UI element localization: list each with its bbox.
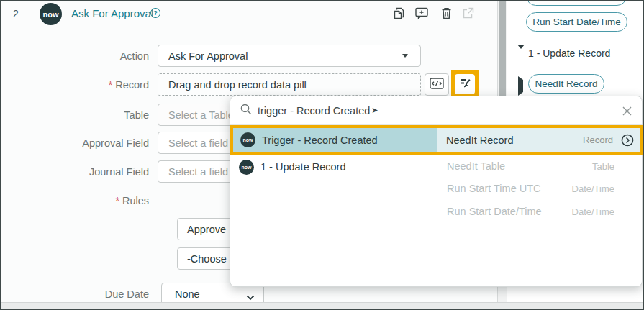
- due-date-label: Due Date: [1, 288, 149, 300]
- approve-button-label: Approve: [187, 224, 226, 235]
- pill-option-name: NeedIt Record: [446, 135, 514, 146]
- search-icon: [240, 104, 252, 118]
- record-label: *Record: [1, 79, 149, 91]
- action-label: Action: [1, 50, 149, 62]
- rules-label: *Rules: [1, 195, 149, 206]
- data-pill-picker-highlight: [451, 70, 479, 98]
- action-title[interactable]: Ask For Approval: [71, 7, 153, 19]
- flow-designer-window: 2 now Ask For Approval ? Action Ask For …: [0, 0, 644, 310]
- copy-icon: [392, 6, 406, 22]
- due-date-value: None: [175, 288, 200, 300]
- pill-option-run-start-time-utc[interactable]: Run Start Time UTC Date/Time: [437, 178, 642, 199]
- close-icon[interactable]: [620, 104, 633, 117]
- drill-in-icon[interactable]: [621, 134, 634, 147]
- open-in-new-icon: [461, 6, 475, 22]
- data-pill-picker-icon: [459, 77, 471, 91]
- pill-option-needit-table[interactable]: NeedIt Table Table: [437, 155, 642, 177]
- chevron-down-icon: [402, 54, 408, 58]
- data-pill-needit-record[interactable]: NeedIt Record: [528, 74, 604, 94]
- data-pill-partial[interactable]: [526, 0, 627, 6]
- approval-field-placeholder: Select a field: [168, 137, 228, 149]
- popup-item-needit-record[interactable]: NeedIt Record Record: [437, 128, 640, 152]
- copy-action-button[interactable]: [390, 6, 407, 23]
- data-pill-picker-popup: trigger - Record Created ➤ now Trigger -…: [230, 96, 643, 287]
- servicenow-logo-icon: now: [40, 3, 62, 25]
- pill-search-input[interactable]: trigger - Record Created ➤: [230, 96, 642, 125]
- journal-field-label: Journal Field: [1, 166, 149, 178]
- script-toggle-icon: [430, 78, 444, 91]
- popup-item-trigger-record-created[interactable]: now Trigger - Record Created: [233, 128, 437, 152]
- required-marker: *: [115, 195, 119, 206]
- logo-text: now: [43, 10, 59, 19]
- pill-option-name: NeedIt Table: [447, 160, 505, 172]
- pill-option-name: Run Start Time UTC: [447, 183, 541, 194]
- add-comment-icon: [414, 6, 430, 22]
- pill-option-run-start-datetime[interactable]: Run Start Date/Time Date/Time: [437, 201, 642, 222]
- pill-option-name: Run Start Date/Time: [447, 206, 542, 217]
- trash-icon: [440, 6, 453, 22]
- section-update-record[interactable]: 1 - Update Record: [528, 47, 610, 59]
- pill-option-type: Date/Time: [572, 183, 614, 194]
- script-toggle-button[interactable]: [425, 73, 449, 96]
- rules-choose-value: -Choose a: [187, 253, 235, 265]
- pill-option-type: Table: [592, 161, 614, 172]
- popup-item-label: Trigger - Record Created: [262, 135, 378, 146]
- open-in-new-window-button[interactable]: [459, 6, 476, 23]
- popup-item-update-record[interactable]: now 1 - Update Record: [230, 155, 436, 178]
- pill-label: Run Start Date/Time: [532, 17, 621, 27]
- table-placeholder: Select a Table: [168, 109, 234, 121]
- section-collapse-icon[interactable]: [517, 49, 525, 62]
- chevron-down-icon: [246, 291, 255, 303]
- search-value: trigger - Record Created: [258, 105, 370, 117]
- pill-option-type: Date/Time: [572, 206, 614, 217]
- pill-option-type: Record: [583, 135, 613, 145]
- pill-expand-icon[interactable]: [518, 80, 523, 93]
- data-pill-picker-button[interactable]: [455, 74, 475, 94]
- record-dropzone[interactable]: Drag and drop record data pill: [158, 73, 421, 96]
- servicenow-logo-icon: now: [240, 132, 255, 147]
- record-placeholder: Drag and drop record data pill: [168, 79, 307, 91]
- required-marker: *: [109, 79, 112, 91]
- popup-item-label: 1 - Update Record: [260, 161, 345, 173]
- servicenow-logo-icon: now: [239, 160, 254, 175]
- pill-label: NeedIt Record: [535, 78, 597, 89]
- search-caret: ➤: [371, 106, 378, 115]
- action-select-value: Ask For Approval: [168, 50, 248, 62]
- delete-action-button[interactable]: [437, 6, 455, 23]
- step-number: 2: [13, 8, 19, 19]
- add-comment-button[interactable]: [413, 6, 430, 23]
- data-pill-run-start-datetime[interactable]: Run Start Date/Time: [526, 12, 627, 32]
- action-select[interactable]: Ask For Approval: [158, 45, 421, 67]
- horizontal-scrollbar-track[interactable]: [1, 302, 643, 309]
- table-label: Table: [1, 109, 149, 121]
- approval-field-label: Approval Field: [1, 137, 149, 149]
- journal-field-placeholder: Select a field: [168, 166, 228, 178]
- help-icon[interactable]: ?: [150, 8, 160, 18]
